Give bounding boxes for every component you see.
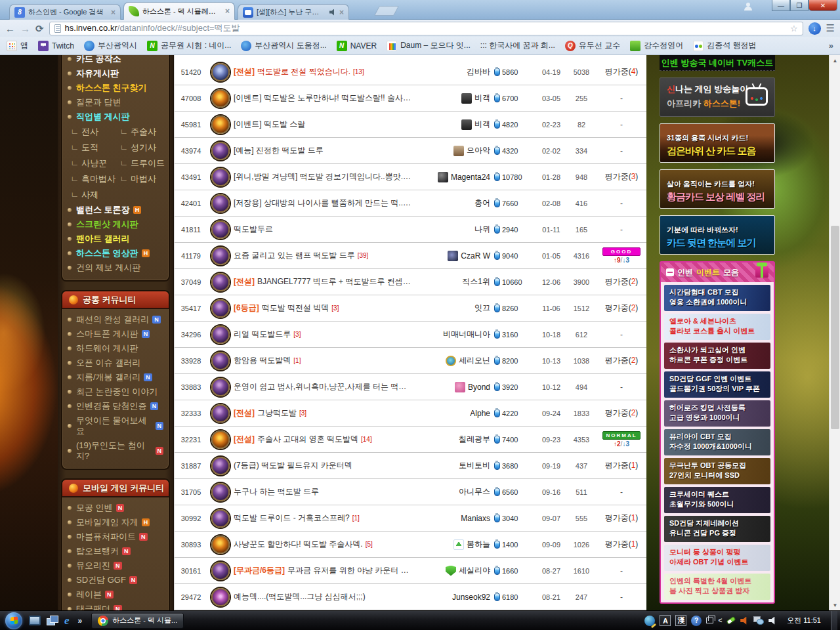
event-banner-item[interactable]: SD건담 지제네레이션유니콘 건담 PG 증정 (664, 516, 770, 542)
audio-manager-icon[interactable] (740, 617, 749, 625)
deck-title[interactable]: [6등급]떡도발 떡전설 빅덱[3] (234, 303, 417, 314)
internet-explorer-icon[interactable]: e (64, 614, 70, 627)
tvcast-banner[interactable]: 인벤 방송국 네이버 TV캐스트 (660, 55, 775, 71)
deck-row[interactable]: 41811떡도발두르나뮈294001-11165평가중()-↑/↓ (175, 217, 646, 243)
deck-title-link[interactable]: 떡도발로 전설 찍었습니다. (257, 67, 350, 76)
sidebar-item[interactable]: 건의 제보 게시판 (62, 261, 169, 275)
deck-row[interactable]: 32231[전설]주술사 고대의 영혼 떡도발덱[14]칠레광부740009-2… (175, 427, 646, 453)
bookmark-item[interactable]: Twitch (38, 41, 74, 51)
bookmark-item[interactable]: 부산광역시 (84, 40, 137, 51)
deck-row[interactable]: 51420[전설]떡도발로 전설 찍었습니다.[13]김바바586004-195… (175, 59, 646, 85)
deck-row[interactable]: 41179요즘 굴리고 있는 램프 떡도발 드루[39]CzaR W904001… (175, 243, 646, 269)
deck-title-link[interactable]: [이벤트] 떡도발은 노루만하냐! 떡도발스랄!! 술사도.. (234, 93, 415, 102)
blackrock-cards-banner[interactable]: 31종의 용족 시너지 카드!검은바위 산 카드 모음 (660, 123, 775, 163)
sidebar-class-item[interactable]: ㄴ전사 (70, 124, 119, 140)
sidebar-item[interactable]: 스크린샷 게시판 (62, 217, 169, 232)
sidebar-item[interactable]: 밸런스 토론장H (62, 203, 169, 217)
deck-row[interactable]: 43491[위니,방밀 겨냥덱] 떡도발 경보기덱입니다..뽕맛..[4]Mag… (175, 164, 646, 190)
tab-close-icon[interactable]: × (225, 7, 230, 15)
deck-row[interactable]: 34296리얼 떡도발드루[3]비매너매니아316010-18612평가중()-… (175, 322, 646, 348)
deck-title[interactable]: [전설]떡도발로 전설 찍었습니다.[13] (234, 66, 417, 77)
sidebar-class-item[interactable]: ㄴ사냥꾼 (70, 156, 119, 171)
sidebar-item[interactable]: 스마트폰 게시판N (62, 327, 169, 341)
deck-title-link[interactable]: 그냥떡도발 (257, 408, 297, 417)
deck-row[interactable]: 30161[무과금/6등급]무과금 유저를 위한 야냥 카운터 떡도..세실리야… (175, 558, 646, 584)
sidebar-class-item[interactable]: ㄴ마법사 (119, 171, 169, 187)
afreeca-hearthstone-banner[interactable]: 신나는 게임 방송놀이 아프리카 하스스톤! (660, 77, 775, 117)
sidebar-item[interactable]: 태극팬더N (62, 602, 169, 610)
deck-title-link[interactable]: 항암용 떡도발덱 (234, 356, 291, 365)
event-banner-item[interactable]: 시간탐험대 CBT 모집영웅 소환권에 1000이니 (664, 285, 770, 311)
bookmarks-overflow-icon[interactable]: » (829, 41, 833, 51)
sidebar-item[interactable]: 패션의 완성 갤러리N (62, 312, 169, 327)
deck-row[interactable]: 37049[전설]BJANGEL7777 빅드루 + 떡도발드루 컨셉..[8]… (175, 269, 646, 295)
chrome-menu-icon[interactable]: ☰ (826, 22, 835, 34)
deck-title-link[interactable]: 운영이 쉽고 법사,위니흑마,냥꾼,사제를 터는 떡도발드.. (234, 382, 417, 391)
window-switcher-icon[interactable] (47, 616, 58, 625)
event-banner-item[interactable]: 인벤의 특별한 4월 이벤트봄 사진 찍고 상품권 받자 (664, 574, 770, 600)
deck-title[interactable]: [무과금/6등급]무과금 유저를 위한 야냥 카운터 떡도.. (234, 565, 417, 576)
bookmark-star-icon[interactable]: ☆ (790, 24, 798, 33)
deck-row[interactable]: 47008[이벤트] 떡도발은 노루만하냐! 떡도발스랄!! 술사도..비객67… (175, 85, 646, 112)
bookmark-item[interactable]: 김종석 행정법 (693, 40, 756, 51)
sidebar-item[interactable]: 탑오브탱커N (62, 544, 169, 558)
deck-row[interactable]: 33928항암용 떡도발덱[1]세리오닌820010-131038평가중(2)-… (175, 348, 646, 374)
sidebar-item[interactable]: (19)무인도는 첨이지?N (62, 438, 169, 463)
sidebar-item[interactable]: 하스스톤 친구찾기 (62, 81, 169, 95)
show-desktop-button[interactable] (831, 611, 837, 630)
quick-launch-overflow-icon[interactable]: » (78, 616, 83, 625)
sidebar-item[interactable]: 모공 인벤N (62, 501, 169, 515)
deck-title[interactable]: 요즘 굴리고 있는 램프 떡도발 드루[39] (234, 250, 417, 261)
deck-row[interactable]: 31705누구나 하는 떡도발 드루아니무스656009-16511평가중()-… (175, 479, 646, 505)
sidebar-item[interactable]: 레이븐N (62, 587, 169, 602)
sidebar-item[interactable]: 지름/개봉 갤러리N (62, 370, 169, 385)
forward-button[interactable]: → (20, 24, 30, 33)
deck-title[interactable]: 예능덱....(떡도발덱...그냥 심심해서;;;) (234, 591, 417, 602)
deck-row[interactable]: 42401[저장용] 상대방의 나이사를 뻘쭘하게 만드는 떡..[6]총어76… (175, 190, 646, 217)
minimize-button[interactable]: — (772, 0, 790, 11)
bookmark-item[interactable]: 부산광역시 도움정... (241, 40, 326, 51)
deck-title[interactable]: [예능] 진정한 떡도발 드루 (234, 145, 417, 156)
sidebar-item[interactable]: 질문과 답변 (62, 95, 169, 110)
card-back-banner[interactable]: 기분에 따라 바꿔쓰자!카드 뒷면 한눈에 보기 (660, 215, 775, 255)
deck-row[interactable]: 35417[6등급]떡도발 떡전설 빅덱[3]잇끄826011-061512평가… (175, 295, 646, 322)
sidebar-item[interactable]: 모바일게임 자게H (62, 515, 169, 530)
deck-title-link[interactable]: [위니,방밀 겨냥덱] 떡도발 경보기덱입니다..뽕맛.. (234, 172, 411, 181)
deck-title[interactable]: 리얼 떡도발드루[3] (234, 329, 417, 340)
event-banner-item[interactable]: 모니터 등 상품이 펑펑아제라 OBT 기념 이벤트 (664, 545, 770, 571)
sidebar-class-item[interactable]: ㄴ성기사 (119, 140, 169, 156)
deck-title-link[interactable]: 떡도발 떡전설 빅덱 (262, 303, 329, 312)
sidebar-item[interactable]: 뮤오리진N (62, 558, 169, 573)
deck-row[interactable]: 31887(7등급) 떡도발 필드유지 카운터덱토비토비368009-19437… (175, 453, 646, 479)
start-button[interactable] (5, 612, 22, 629)
event-banner-item[interactable]: SD건담 GGF 인벤 이벤트골드뽑기권 50장의 VIP 쿠폰 (664, 371, 770, 398)
deck-title-link[interactable]: 무과금 유저를 위한 야냥 카운터 떡도.. (287, 566, 417, 575)
deck-title[interactable]: [이벤트] 떡도발 스랄 (234, 119, 417, 130)
deck-title-link[interactable]: 요즘 굴리고 있는 램프 떡도발 드루 (234, 251, 355, 260)
bookmark-item[interactable]: 강수정영어 (630, 40, 683, 51)
deck-row[interactable]: 33883운영이 쉽고 법사,위니흑마,냥꾼,사제를 터는 떡도발드..Byon… (175, 374, 646, 400)
minus-icon[interactable] (666, 268, 674, 276)
ime-mode-icon[interactable]: A (660, 615, 671, 626)
new-tab-button[interactable] (374, 6, 399, 16)
deck-title[interactable]: 사냥꾼도 할만하다! 떡도발 주술사덱.[5] (234, 539, 417, 550)
deck-row[interactable]: 45981[이벤트] 떡도발 스랄비객482002-2382평가중()-↑/↓ (175, 112, 646, 138)
scroll-down-icon[interactable]: ▼ (830, 600, 840, 610)
sidebar-class-item[interactable]: ㄴ도적 (70, 140, 119, 156)
restore-window-icon[interactable] (706, 618, 713, 623)
sidebar-item[interactable]: 인벤경품 당첨인증N (62, 399, 169, 413)
deck-row[interactable]: 29472예능덱....(떡도발덱...그냥 심심해서;;;)Junseok92… (175, 584, 646, 610)
event-banner-item[interactable]: 퓨리아이 CBT 모집자수정 1000개&1000이니 (664, 429, 770, 455)
volume-icon[interactable] (768, 617, 777, 625)
event-banner-item[interactable]: 소환사가 되고싶어 인벤하르콘 쿠폰 증정 이벤트 (664, 343, 770, 369)
sidebar-item[interactable]: SD건담 GGFN (62, 573, 169, 587)
network-tray-icon[interactable] (753, 616, 764, 625)
deck-title[interactable]: 항암용 떡도발덱[1] (234, 355, 417, 366)
deck-title-link[interactable]: 예능덱....(떡도발덱...그냥 심심해서;;;) (234, 592, 366, 601)
antivirus-tray-icon[interactable] (726, 616, 736, 625)
deck-title[interactable]: 운영이 쉽고 법사,위니흑마,냥꾼,사제를 터는 떡도발드.. (234, 381, 417, 392)
bookmark-item[interactable]: Daum – 모으다 잇... (387, 40, 471, 51)
tab-close-icon[interactable]: × (111, 9, 116, 16)
deck-title[interactable]: [전설]주술사 고대의 영혼 떡도발덱[14] (234, 434, 417, 445)
tray-expand-icon[interactable]: < (718, 617, 722, 624)
